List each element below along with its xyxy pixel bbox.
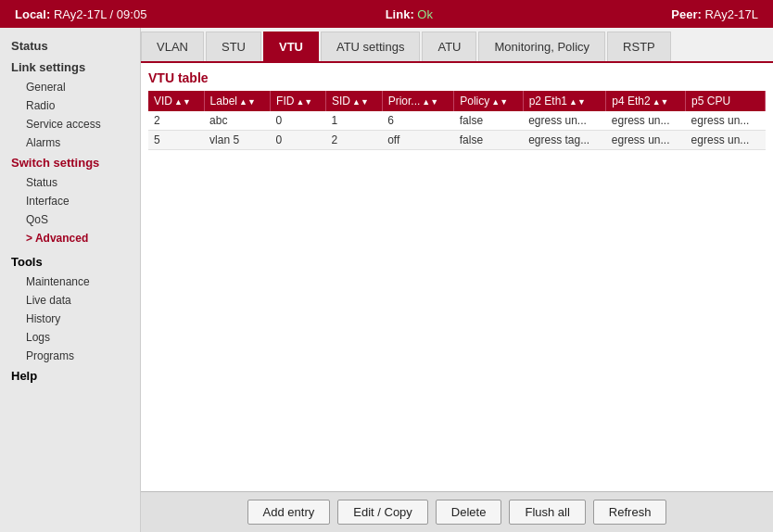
sidebar-section-help: Help bbox=[0, 365, 140, 386]
main-area: Status Link settings General Radio Servi… bbox=[0, 28, 773, 532]
table-header-row: VID▲▼ Label▲▼ FID▲▼ SID▲▼ Prior...▲▼ Pol… bbox=[148, 91, 766, 111]
sidebar-item-alarms[interactable]: Alarms bbox=[0, 133, 140, 152]
table-cell: abc bbox=[204, 111, 270, 131]
sidebar-section-status[interactable]: Status bbox=[0, 35, 140, 57]
table-cell: 5 bbox=[148, 131, 204, 150]
table-cell: 1 bbox=[325, 111, 382, 131]
col-p4eth2[interactable]: p4 Eth2▲▼ bbox=[606, 91, 686, 111]
sidebar: Status Link settings General Radio Servi… bbox=[0, 28, 141, 532]
tab-vlan[interactable]: VLAN bbox=[141, 32, 204, 61]
table-cell: 0 bbox=[271, 131, 326, 150]
col-p5cpu[interactable]: p5 CPU bbox=[686, 91, 766, 111]
table-cell: 2 bbox=[325, 131, 382, 150]
col-p2eth1[interactable]: p2 Eth1▲▼ bbox=[523, 91, 606, 111]
col-prior[interactable]: Prior...▲▼ bbox=[382, 91, 454, 111]
local-info: Local: RAy2-17L / 09:05 bbox=[15, 7, 146, 21]
flush-all-button[interactable]: Flush all bbox=[509, 500, 585, 525]
vtu-table: VID▲▼ Label▲▼ FID▲▼ SID▲▼ Prior...▲▼ Pol… bbox=[148, 91, 766, 150]
sidebar-section-link-settings: Link settings bbox=[0, 57, 140, 78]
sidebar-item-qos[interactable]: QoS bbox=[0, 210, 140, 229]
table-cell: off bbox=[382, 131, 454, 150]
table-area: VTU table VID▲▼ Label▲▼ FID▲▼ SID▲▼ Prio… bbox=[141, 63, 773, 491]
tab-atu[interactable]: ATU bbox=[422, 32, 476, 61]
peer-info: Peer: RAy2-17L bbox=[671, 7, 758, 21]
table-cell: 2 bbox=[148, 111, 204, 131]
delete-button[interactable]: Delete bbox=[436, 500, 502, 525]
table-row[interactable]: 2abc016falseegress un...egress un...egre… bbox=[148, 111, 766, 131]
col-policy[interactable]: Policy▲▼ bbox=[454, 91, 523, 111]
link-info: Link: Ok bbox=[386, 7, 433, 21]
table-cell: egress un... bbox=[606, 131, 686, 150]
table-row[interactable]: 5vlan 502offfalseegress tag...egress un.… bbox=[148, 131, 766, 150]
table-cell: vlan 5 bbox=[204, 131, 270, 150]
sidebar-item-history[interactable]: History bbox=[0, 310, 140, 328]
table-title: VTU table bbox=[148, 70, 766, 85]
sidebar-section-tools: Tools bbox=[0, 251, 140, 272]
table-cell: egress un... bbox=[686, 131, 766, 150]
table-cell: false bbox=[454, 131, 523, 150]
table-cell: 6 bbox=[382, 111, 454, 131]
tab-bar: VLAN STU VTU ATU settings ATU Monitoring… bbox=[141, 28, 773, 63]
bottom-bar: Add entry Edit / Copy Delete Flush all R… bbox=[141, 491, 773, 532]
table-cell: egress un... bbox=[523, 111, 606, 131]
content-area: VLAN STU VTU ATU settings ATU Monitoring… bbox=[141, 28, 773, 532]
tab-stu[interactable]: STU bbox=[206, 32, 261, 61]
col-sid[interactable]: SID▲▼ bbox=[325, 91, 382, 111]
sidebar-item-advanced[interactable]: Advanced bbox=[0, 229, 140, 247]
sidebar-item-radio[interactable]: Radio bbox=[0, 96, 140, 115]
sidebar-item-logs[interactable]: Logs bbox=[0, 328, 140, 347]
sidebar-item-programs[interactable]: Programs bbox=[0, 347, 140, 365]
table-cell: false bbox=[454, 111, 523, 131]
edit-copy-button[interactable]: Edit / Copy bbox=[337, 500, 428, 525]
sidebar-item-general[interactable]: General bbox=[0, 78, 140, 96]
app-container: Local: RAy2-17L / 09:05 Link: Ok Peer: R… bbox=[0, 0, 773, 532]
sidebar-item-maintenance[interactable]: Maintenance bbox=[0, 272, 140, 291]
sidebar-item-switch-status[interactable]: Status bbox=[0, 173, 140, 192]
tab-monitoring-policy[interactable]: Monitoring, Policy bbox=[478, 32, 605, 61]
tab-atu-settings[interactable]: ATU settings bbox=[321, 32, 420, 61]
sidebar-item-service-access[interactable]: Service access bbox=[0, 115, 140, 133]
col-label[interactable]: Label▲▼ bbox=[204, 91, 270, 111]
col-vid[interactable]: VID▲▼ bbox=[148, 91, 204, 111]
sidebar-item-live-data[interactable]: Live data bbox=[0, 291, 140, 310]
tab-rstp[interactable]: RSTP bbox=[607, 32, 671, 61]
col-fid[interactable]: FID▲▼ bbox=[271, 91, 326, 111]
table-cell: egress un... bbox=[686, 111, 766, 131]
sidebar-item-interface[interactable]: Interface bbox=[0, 192, 140, 210]
add-entry-button[interactable]: Add entry bbox=[247, 500, 331, 525]
table-cell: egress un... bbox=[606, 111, 686, 131]
tab-vtu[interactable]: VTU bbox=[263, 32, 319, 61]
refresh-button[interactable]: Refresh bbox=[593, 500, 667, 525]
top-bar: Local: RAy2-17L / 09:05 Link: Ok Peer: R… bbox=[0, 0, 773, 28]
table-cell: 0 bbox=[271, 111, 326, 131]
table-cell: egress tag... bbox=[523, 131, 606, 150]
sidebar-section-switch-settings: Switch settings bbox=[0, 152, 140, 173]
